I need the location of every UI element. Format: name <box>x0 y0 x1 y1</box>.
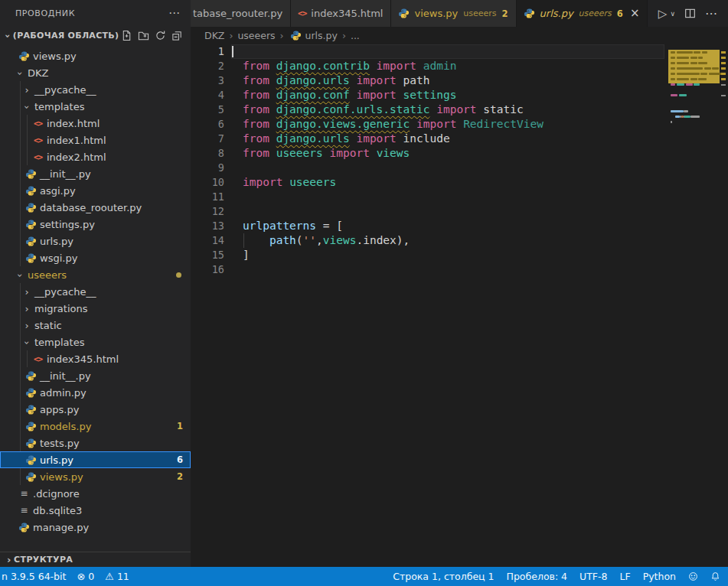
status-python[interactable]: Python <box>643 571 676 582</box>
tab-index345.html[interactable]: <> index345.html <box>291 0 391 27</box>
line-number: 12 <box>191 204 224 219</box>
new-folder-icon[interactable] <box>138 30 149 41</box>
collapse-all-icon[interactable] <box>171 30 183 41</box>
line-number: 7 <box>191 132 224 146</box>
tree-item-label: useeers <box>28 269 67 281</box>
tree-item-database_roouter.py[interactable]: database_roouter.py <box>0 199 191 216</box>
code-line-10[interactable]: 10import useeers <box>191 175 728 190</box>
code-line-5[interactable]: 5from django.conf.urls.static import sta… <box>191 103 728 117</box>
code-line-13[interactable]: 13urlpatterns = [ <box>191 219 728 233</box>
code-editor[interactable]: 12from django.contrib import admin3from … <box>191 44 728 567</box>
code-line-7[interactable]: 7from django.urls import include <box>191 132 728 146</box>
chevron-right-icon[interactable]: › <box>22 321 31 330</box>
chevron-right-icon[interactable]: › <box>22 85 31 95</box>
tree-item-wsgi.py[interactable]: wsgi.py <box>0 249 191 266</box>
status-0[interactable]: ⊗0 <box>77 571 94 582</box>
workspace-section-header[interactable]: › (РАБОЧАЯ ОБЛАСТЬ) ... <box>0 26 191 44</box>
tree-item-useeers[interactable]: ›useeers <box>0 266 191 283</box>
tree-item-label: database_roouter.py <box>40 202 142 213</box>
tree-item-__pycache__[interactable]: ›__pycache__ <box>0 81 191 98</box>
minimap[interactable] <box>668 44 720 567</box>
run-dropdown-icon[interactable]: ∨ <box>670 10 675 18</box>
code-line-15[interactable]: 15] <box>191 248 728 262</box>
tree-item-.dcignore[interactable]: ≡.dcignore <box>0 485 191 502</box>
code-line-11[interactable]: 11 <box>191 190 728 204</box>
tree-item-urls.py[interactable]: urls.py 6 <box>0 451 191 468</box>
line-content: from django.urls import include <box>243 132 450 146</box>
python-icon <box>18 522 30 533</box>
status-notifications[interactable] <box>710 571 720 581</box>
breadcrumb-item-DKZ[interactable]: DKZ <box>204 30 224 41</box>
code-line-14[interactable]: 14 path('',views.index), <box>191 233 728 248</box>
code-line-2[interactable]: 2from django.contrib import admin <box>191 59 728 73</box>
breadcrumb-item-useeers[interactable]: useeers <box>237 30 275 41</box>
tree-item-index1.html[interactable]: <>index1.html <box>0 132 191 148</box>
tree-item-index2.html[interactable]: <>index2.html <box>0 148 191 165</box>
status-lf[interactable]: LF <box>620 571 631 582</box>
tree-item-manage.py[interactable]: manage.py <box>0 519 191 536</box>
tree-item-apps.py[interactable]: apps.py <box>0 401 191 418</box>
tree-item-__init__.py[interactable]: __init__.py <box>0 367 191 384</box>
status-строка-1-столбец-1[interactable]: Строка 1, столбец 1 <box>393 571 494 582</box>
code-line-8[interactable]: 8from useeers import views <box>191 146 728 161</box>
breadcrumb-item-...[interactable]: ... <box>351 30 360 41</box>
more-actions-icon[interactable]: ⋯ <box>705 6 717 21</box>
tree-item-migrations[interactable]: ›migrations <box>0 300 191 317</box>
tree-item-db.sqlite3[interactable]: ≡db.sqlite3 <box>0 502 191 519</box>
breadcrumb-item-urls.py[interactable]: urls.py <box>305 30 338 41</box>
tree-item-templates[interactable]: ›templates <box>0 334 191 350</box>
chevron-right-icon[interactable]: › <box>22 304 31 314</box>
code-line-16[interactable]: 16 <box>191 262 728 277</box>
code-line-1[interactable]: 1 <box>191 44 728 59</box>
tab-tabase_roouter.py[interactable]: tabase_roouter.py <box>191 0 291 27</box>
tree-item-views.py[interactable]: views.py 2 <box>0 468 191 485</box>
tree-item-admin.py[interactable]: admin.py <box>0 384 191 401</box>
chevron-right-icon[interactable]: › <box>22 287 31 297</box>
minimap-line <box>698 78 707 80</box>
status-n-3-9-5-64-bit[interactable]: n 3.9.5 64-bit <box>2 571 66 582</box>
run-button[interactable]: ▷ <box>658 7 668 21</box>
ruler-warning-mark <box>721 51 726 54</box>
more-actions-icon[interactable]: ⋯ <box>168 8 180 19</box>
close-icon[interactable]: × <box>630 8 640 19</box>
tree-item-models.py[interactable]: models.py 1 <box>0 418 191 435</box>
chevron-down-icon[interactable]: › <box>15 271 25 280</box>
ruler-warning-mark <box>721 78 726 80</box>
new-file-icon[interactable] <box>121 30 132 41</box>
breadcrumb-separator-icon: › <box>229 30 233 41</box>
outline-section-header[interactable]: › СТРУКТУРА <box>0 552 191 567</box>
minimap-line <box>690 62 697 64</box>
code-line-3[interactable]: 3from django.urls import path <box>191 73 728 88</box>
tree-item-__init__.py[interactable]: __init__.py <box>0 165 191 182</box>
python-icon <box>25 168 37 180</box>
tree-item-views.py[interactable]: views.py <box>0 47 191 64</box>
tree-item-urls.py[interactable]: urls.py <box>0 233 191 249</box>
status-utf-8[interactable]: UTF-8 <box>579 571 607 582</box>
tree-item-templates[interactable]: ›templates <box>0 98 191 115</box>
tree-item-__pycache__[interactable]: ›__pycache__ <box>0 283 191 300</box>
chevron-down-icon[interactable]: › <box>22 338 32 347</box>
status-feedback[interactable] <box>688 571 698 581</box>
tab-urls.py[interactable]: urls.py useeers6× <box>517 0 648 27</box>
code-line-4[interactable]: 4from django.conf import settings <box>191 88 728 103</box>
tree-item-settings.py[interactable]: settings.py <box>0 216 191 233</box>
chevron-right-icon: › <box>5 555 14 565</box>
code-line-6[interactable]: 6from django.views.generic import Redire… <box>191 117 728 132</box>
tree-item-static[interactable]: ›static <box>0 317 191 334</box>
chevron-down-icon[interactable]: › <box>22 103 32 112</box>
tree-item-asgi.py[interactable]: asgi.py <box>0 182 191 199</box>
status-пробелов-4[interactable]: Пробелов: 4 <box>507 571 568 582</box>
overview-ruler[interactable] <box>720 44 727 567</box>
minimap-line <box>712 67 719 70</box>
code-line-9[interactable]: 9 <box>191 161 728 175</box>
tab-views.py[interactable]: views.py useeers2 <box>391 0 516 27</box>
tree-item-tests.py[interactable]: tests.py <box>0 435 191 451</box>
tree-item-DKZ[interactable]: ›DKZ <box>0 64 191 81</box>
chevron-down-icon[interactable]: › <box>15 69 25 78</box>
refresh-icon[interactable] <box>155 30 166 41</box>
status-11[interactable]: ⚠11 <box>105 571 129 582</box>
split-editor-icon[interactable] <box>684 8 696 19</box>
tree-item-index345.html[interactable]: <>index345.html <box>0 350 191 367</box>
tree-item-index.html[interactable]: <>index.html <box>0 115 191 132</box>
code-line-12[interactable]: 12 <box>191 204 728 219</box>
